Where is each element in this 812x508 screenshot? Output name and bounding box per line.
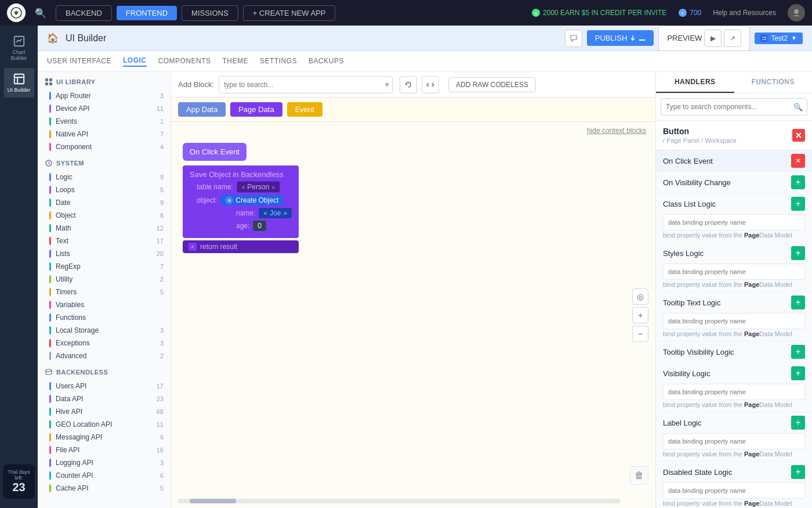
zoom-out-button[interactable]: − [632,326,648,342]
tokens-display: T 700 [678,8,701,17]
add-disabled-state-handler[interactable]: + [791,465,805,479]
event-block[interactable]: On Click Event [183,143,246,161]
handler-tooltip-visibility: Tooltip Visibility Logic + [656,341,812,363]
trash-icon[interactable]: 🗑 [630,466,648,485]
person-chip[interactable]: «Person» [237,181,280,193]
create-object-chip[interactable]: ⊕ Create Object [220,195,283,206]
library-item-variables[interactable]: Variables [38,298,171,311]
library-item-timers[interactable]: Timers5 [38,286,171,298]
code-view-button[interactable] [422,76,439,93]
publish-button[interactable]: PUBLISH [587,30,654,46]
zoom-in-button[interactable]: + [632,307,648,323]
library-item-messaging-api[interactable]: Messaging API6 [38,431,171,444]
tab-logic[interactable]: LOGIC [123,56,147,67]
tab-theme[interactable]: THEME [223,57,249,66]
context-tabs-bar: App Data Page Data Event [171,98,655,122]
user-avatar[interactable] [788,4,805,21]
library-item-events[interactable]: Events 1 [38,115,171,128]
library-item-users-api[interactable]: Users API17 [38,380,171,392]
handlers-tab[interactable]: HANDLERS [656,72,734,93]
library-item-geo-api[interactable]: GEO Location API11 [38,418,171,431]
library-item-date[interactable]: Date9 [38,196,171,209]
tab-settings[interactable]: SETTINGS [260,57,297,66]
library-item-functions[interactable]: Functions [38,311,171,324]
library-item-math[interactable]: Math12 [38,222,171,235]
visibility-logic-binding-input[interactable] [663,384,805,400]
joe-chip[interactable]: «Joe» [259,208,292,218]
library-item-text[interactable]: Text17 [38,235,171,247]
disabled-state-binding-input[interactable] [663,482,805,499]
library-item-lists[interactable]: Lists20 [38,247,171,260]
backend-button[interactable]: BACKEND [56,5,112,21]
library-item-data-api[interactable]: Data API23 [38,392,171,405]
trial-days-box: Trial days left: 23 [3,464,35,499]
hide-context-button[interactable]: hide context blocks [587,127,646,135]
library-item-file-api[interactable]: File API16 [38,444,171,456]
tooltip-text-binding-input[interactable] [663,313,805,329]
svg-rect-12 [45,82,48,85]
page-data-tab[interactable]: Page Data [230,102,282,117]
add-raw-codeless-button[interactable]: ADD RAW CODELESS [448,77,536,92]
search-icon[interactable]: 🔍 [35,8,46,19]
library-item-loops[interactable]: Loops5 [38,183,171,196]
undo-button[interactable] [400,76,417,93]
sidebar-item-ui-builder[interactable]: UI Builder [4,68,34,98]
tab-user-interface[interactable]: USER INTERFACE [47,57,111,66]
app-data-tab[interactable]: App Data [178,102,226,117]
library-item-cache-api[interactable]: Cache API5 [38,482,171,495]
preview-button[interactable]: PREVIEW ▶ ↗ [658,26,750,51]
delete-handler-button[interactable]: ✕ [791,154,805,168]
class-list-binding-input[interactable] [663,214,805,230]
library-item-local-storage[interactable]: Local Storage3 [38,324,171,337]
library-item-hive-api[interactable]: Hive API68 [38,405,171,418]
age-row: age: 0 [190,221,292,231]
event-tab[interactable]: Event [287,102,322,117]
sidebar-item-chart-builder[interactable]: Chart Builder [4,30,34,66]
block-search-input[interactable] [219,76,393,93]
trial-days-value: 23 [8,481,30,494]
comment-button[interactable] [565,30,582,47]
credits-banner[interactable]: $ 2000 EARN $5 IN CREDIT PER INVITE [531,8,666,17]
library-item-regexp[interactable]: RegExp7 [38,260,171,273]
missions-button[interactable]: MISSIONS [182,5,238,21]
library-item-advanced[interactable]: Advanced2 [38,350,171,362]
library-item-object[interactable]: Object8 [38,209,171,222]
canvas-scrollbar[interactable] [178,499,621,503]
add-class-list-handler[interactable]: + [791,197,805,211]
target-icon[interactable]: ◎ [632,289,648,305]
tab-components[interactable]: COMPONENTS [158,57,211,66]
library-item-exceptions[interactable]: Exceptions3 [38,337,171,350]
page-title: UI Builder [66,33,565,44]
functions-tab[interactable]: FUNCTIONS [734,72,813,93]
library-item-logging-api[interactable]: Logging API3 [38,456,171,469]
handler-name-styles: Styles Logic [663,249,704,258]
library-item-logic[interactable]: Logic9 [38,171,171,183]
library-item-device-api[interactable]: Device API 11 [38,102,171,115]
add-tooltip-text-handler[interactable]: + [791,296,805,309]
library-item-native-api[interactable]: Native API 7 [38,128,171,140]
library-item-app-router[interactable]: App Router 3 [38,89,171,102]
library-item-utility[interactable]: Utility2 [38,273,171,286]
library-item-counter-api[interactable]: Counter API6 [38,469,171,482]
add-visibility-logic-handler[interactable]: + [791,366,805,380]
create-new-button[interactable]: + CREATE NEW APP [243,5,336,21]
frontend-button[interactable]: FRONTEND [117,6,177,20]
zero-chip[interactable]: 0 [253,221,266,231]
app-badge[interactable]: Test2 ▼ [755,33,803,44]
add-tooltip-visibility-handler[interactable]: + [791,345,805,359]
label-binding-input[interactable] [663,433,805,449]
styles-binding-input[interactable] [663,264,805,280]
ui-library-header: UI LIBRARY [38,72,171,89]
delete-component-button[interactable] [792,129,805,142]
tab-backups[interactable]: BACKUPS [309,57,344,66]
external-link-icon[interactable]: ↗ [724,30,741,47]
add-styles-handler[interactable]: + [791,246,805,260]
component-search-input[interactable] [661,98,807,116]
add-label-handler[interactable]: + [791,416,805,430]
help-link[interactable]: Help and Resources [713,9,776,17]
home-icon[interactable]: 🏠 [47,33,59,44]
preview-icon-btn[interactable]: ▶ [704,30,722,47]
library-item-component[interactable]: Component 4 [38,140,171,153]
add-visibility-handler[interactable]: + [791,175,805,189]
svg-text:T: T [682,12,684,16]
